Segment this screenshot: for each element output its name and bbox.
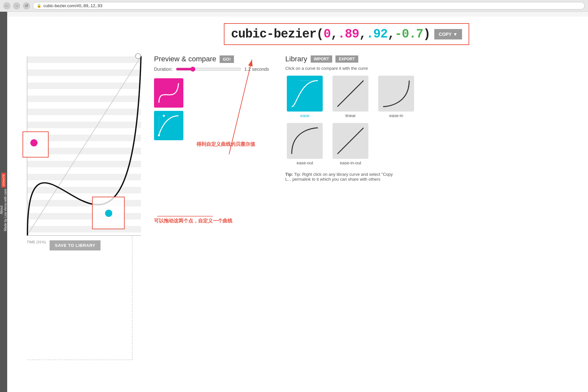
library-tip: Tip: Tip: Right click on any library cur… <box>285 172 399 182</box>
preview-box-teal[interactable] <box>154 111 183 140</box>
library-item-linear[interactable]: linear <box>331 76 370 118</box>
sidebar-text: About Made by Lea Verou with care <box>0 189 8 231</box>
linear-curve-svg <box>336 79 365 108</box>
duration-slider[interactable] <box>176 67 241 72</box>
formula-text: cubic-bezier(0,.89,.92,-0.7) <box>231 27 430 41</box>
tip-text: Tip: Right click on any library curve an… <box>285 172 393 182</box>
duration-label: Duration: <box>154 67 173 72</box>
back-button[interactable]: ← <box>3 2 10 9</box>
x-axis-label: TIME (31%) <box>27 240 46 244</box>
preview-curve-pink <box>157 82 180 104</box>
import-button[interactable]: IMPORT <box>311 55 333 63</box>
preview-section: Preview & compare GO! Duration: 1.2 seco… <box>144 50 279 255</box>
preview-box-pink[interactable] <box>154 78 183 108</box>
preview-boxes <box>154 78 269 140</box>
refresh-button[interactable]: ↺ <box>23 2 30 9</box>
formula-p2: .92 <box>366 27 387 41</box>
formula-p0: 0 <box>323 27 331 41</box>
preview-title-text: Preview & compare <box>154 55 216 63</box>
control-box-bottom <box>92 197 125 229</box>
control-point-top[interactable] <box>135 53 141 59</box>
main-content: cubic-bezier(0,.89,.92,-0.7) COPY ▼ PROG… <box>7 17 588 392</box>
preview-curve-teal <box>157 114 180 137</box>
browser-bar: ← → ↺ 🔒 cubic-bezier.com/#0,.89,.12,.93 <box>0 0 588 12</box>
content-area: PROGRESSION (99%) <box>7 50 588 255</box>
svg-point-4 <box>158 134 160 136</box>
go-button[interactable]: GO! <box>220 55 234 63</box>
export-button[interactable]: EXPORT <box>335 55 358 63</box>
library-curve-ease-in-out <box>333 123 368 159</box>
formula-prefix: cubic-bezier( <box>231 27 323 41</box>
library-item-label-ease-in-out: ease-in-out <box>340 160 361 165</box>
tip-strong: Tip: <box>285 172 293 177</box>
library-item-ease-in[interactable]: ease-in <box>377 76 416 118</box>
library-section: Library IMPORT EXPORT Click on a curve t… <box>279 50 588 255</box>
donate-button[interactable]: DONATE <box>1 173 6 188</box>
ease-out-curve-svg <box>290 126 319 156</box>
library-header: Library IMPORT EXPORT <box>285 55 581 63</box>
save-library-button[interactable]: SAVE TO LIBRARY <box>50 240 101 250</box>
formula-comma2: , <box>359 27 366 41</box>
library-item-label-ease: ease <box>300 113 309 118</box>
copy-button[interactable]: COPY ▼ <box>434 29 462 39</box>
library-curve-linear <box>333 76 368 112</box>
lock-icon: 🔒 <box>37 4 41 8</box>
ease-curve-svg <box>290 79 319 108</box>
svg-line-8 <box>337 81 364 107</box>
control-dot-bottom[interactable] <box>105 210 112 217</box>
library-curve-ease-out <box>287 123 323 159</box>
library-title: Library <box>285 55 307 63</box>
library-curve-ease <box>287 76 323 112</box>
preview-title: Preview & compare GO! <box>154 55 269 63</box>
formula-p1: .89 <box>338 27 359 41</box>
formula-p3: -0.7 <box>395 27 423 41</box>
graph-section: PROGRESSION (99%) <box>7 50 144 255</box>
svg-point-5 <box>163 115 165 117</box>
copy-label: COPY <box>439 32 452 37</box>
library-item-ease[interactable]: ease <box>285 76 324 118</box>
formula-comma3: , <box>388 27 395 41</box>
library-item-label-linear: linear <box>345 113 356 118</box>
control-dot-top[interactable] <box>30 139 38 146</box>
ease-in-out-curve-svg <box>336 126 365 156</box>
library-item-ease-out[interactable]: ease-out <box>285 123 324 165</box>
library-curve-ease-in <box>378 76 414 112</box>
library-description: Click on a curve to compare it with the … <box>285 66 581 71</box>
url-text: cubic-bezier.com/#0,.89,.12,.93 <box>43 3 102 8</box>
formula-bar: cubic-bezier(0,.89,.92,-0.7) COPY ▼ <box>224 23 469 45</box>
duration-value: 1.2 seconds <box>244 67 269 72</box>
library-item-ease-in-out[interactable]: ease-in-out <box>331 123 370 165</box>
left-sidebar: DONATE About Made by Lea Verou with care <box>0 12 7 392</box>
formula-comma1: , <box>331 27 338 41</box>
duration-row: Duration: 1.2 seconds <box>154 67 269 72</box>
library-item-label-ease-in: ease-in <box>389 113 403 118</box>
url-bar[interactable]: 🔒 cubic-bezier.com/#0,.89,.12,.93 <box>33 2 585 9</box>
formula-suffix: ) <box>423 27 430 41</box>
copy-arrow-icon: ▼ <box>453 32 457 37</box>
library-item-label-ease-out: ease-out <box>297 160 313 165</box>
library-grid: ease linear <box>285 76 581 165</box>
control-box-top <box>23 131 49 158</box>
forward-button[interactable]: → <box>13 2 20 9</box>
ease-in-curve-svg <box>381 79 411 108</box>
